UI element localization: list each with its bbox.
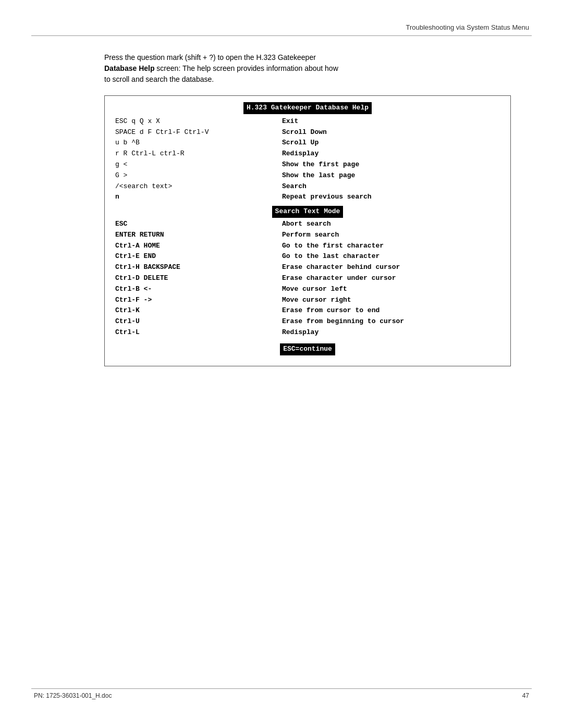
key-ctrl-u: Ctrl-U — [115, 316, 282, 327]
section2-title: Search Text Mode — [272, 206, 344, 218]
desc-abort: Abort search — [282, 219, 331, 230]
key-enter: ENTER RETURN — [115, 230, 282, 241]
terminal-row: Ctrl-D DELETE Erase character under curs… — [115, 273, 500, 284]
header-title: Troubleshooting via System Status Menu — [406, 23, 529, 31]
terminal-row: G > Show the last page — [115, 170, 500, 181]
terminal-title-text: H.323 Gatekeeper Database Help — [243, 102, 372, 114]
terminal-row: Ctrl-H BACKSPACE Erase character behind … — [115, 262, 500, 273]
key-search: /<search text> — [115, 181, 282, 192]
terminal-row: r R Ctrl-L ctrl-R Redisplay — [115, 149, 500, 159]
key-esc2: ESC — [115, 219, 282, 230]
key-ctrl-b: Ctrl-B <- — [115, 284, 282, 295]
intro-line3: to scroll and search the database. — [104, 75, 214, 83]
key-n: n — [115, 192, 282, 203]
terminal-rows-section2: ESC Abort search ENTER RETURN Perform se… — [115, 219, 500, 338]
terminal-row: /<search text> Search — [115, 181, 500, 192]
terminal-row: Ctrl-L Redisplay — [115, 327, 500, 338]
key-ctrl-e: Ctrl-E END — [115, 251, 282, 262]
terminal-row: Ctrl-B <- Move cursor left — [115, 284, 500, 295]
footer-rule — [31, 688, 532, 689]
key-G-greater: G > — [115, 170, 282, 181]
key-u: u b ^B — [115, 138, 282, 149]
footer-right: 47 — [522, 692, 529, 699]
desc-repeat-search: Repeat previous search — [282, 192, 372, 203]
intro-line2: screen: The help screen provides informa… — [154, 64, 338, 72]
desc-erase-under: Erase character under cursor — [282, 273, 396, 284]
key-g-less: g < — [115, 159, 282, 170]
section2-header: Search Text Mode — [115, 206, 500, 218]
key-ctrl-a: Ctrl-A HOME — [115, 241, 282, 252]
key-ctrl-d: Ctrl-D DELETE — [115, 273, 282, 284]
intro-bold: Database Help — [104, 64, 154, 72]
key-r: r R Ctrl-L ctrl-R — [115, 149, 282, 159]
terminal-row: SPACE d F Ctrl-F Ctrl-V Scroll Down — [115, 127, 500, 138]
desc-cursor-right: Move cursor right — [282, 295, 351, 306]
desc-scroll-down: Scroll Down — [282, 127, 327, 138]
esc-continue-text: ESC=continue — [280, 343, 335, 355]
desc-erase-to-end: Erase from cursor to end — [282, 305, 380, 316]
intro-line1: Press the question mark (shift + ?) to o… — [104, 53, 316, 61]
intro-paragraph: Press the question mark (shift + ?) to o… — [104, 52, 511, 85]
footer-left: PN: 1725-36031-001_H.doc — [34, 692, 112, 699]
key-space: SPACE d F Ctrl-F Ctrl-V — [115, 127, 282, 138]
key-ctrl-h: Ctrl-H BACKSPACE — [115, 262, 282, 273]
key-esc: ESC q Q x X — [115, 116, 282, 127]
terminal-row: Ctrl-F -> Move cursor right — [115, 295, 500, 306]
terminal-row: n Repeat previous search — [115, 192, 500, 203]
terminal-row: g < Show the first page — [115, 159, 500, 170]
desc-erase-from-begin: Erase from beginning to cursor — [282, 316, 404, 327]
terminal-row: u b ^B Scroll Up — [115, 138, 500, 149]
main-content: Press the question mark (shift + ?) to o… — [104, 52, 511, 366]
terminal-title-bar: H.323 Gatekeeper Database Help — [115, 102, 500, 114]
esc-continue-bar: ESC=continue — [115, 343, 500, 355]
desc-scroll-up: Scroll Up — [282, 138, 319, 149]
page: Troubleshooting via System Status Menu P… — [0, 0, 563, 728]
desc-exit: Exit — [282, 116, 298, 127]
terminal-row: ESC Abort search — [115, 219, 500, 230]
desc-last-page: Show the last page — [282, 170, 355, 181]
terminal-row: ENTER RETURN Perform search — [115, 230, 500, 241]
desc-perform: Perform search — [282, 230, 339, 241]
terminal-row: Ctrl-K Erase from cursor to end — [115, 305, 500, 316]
desc-first-page: Show the first page — [282, 159, 359, 170]
desc-erase-behind: Erase character behind cursor — [282, 262, 400, 273]
terminal-row: Ctrl-U Erase from beginning to cursor — [115, 316, 500, 327]
terminal-row: ESC q Q x X Exit — [115, 116, 500, 127]
terminal-row: Ctrl-E END Go to the last character — [115, 251, 500, 262]
desc-last-char: Go to the last character — [282, 251, 380, 262]
desc-redisplay2: Redisplay — [282, 327, 319, 338]
desc-redisplay: Redisplay — [282, 149, 319, 159]
desc-search: Search — [282, 181, 307, 192]
terminal-screen: H.323 Gatekeeper Database Help ESC q Q x… — [104, 95, 511, 366]
key-ctrl-k: Ctrl-K — [115, 305, 282, 316]
desc-first-char: Go to the first character — [282, 241, 384, 252]
key-ctrl-l: Ctrl-L — [115, 327, 282, 338]
terminal-rows-section1: ESC q Q x X Exit SPACE d F Ctrl-F Ctrl-V… — [115, 116, 500, 203]
terminal-row: Ctrl-A HOME Go to the first character — [115, 241, 500, 252]
key-ctrl-f: Ctrl-F -> — [115, 295, 282, 306]
top-rule — [31, 35, 532, 36]
desc-cursor-left: Move cursor left — [282, 284, 347, 295]
